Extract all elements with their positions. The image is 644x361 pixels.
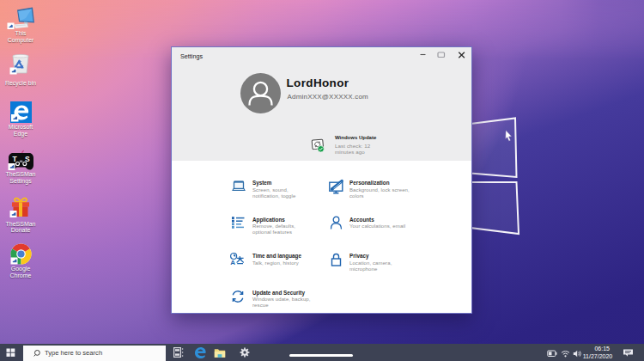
svg-text:S: S [25, 155, 30, 163]
svg-text:A: A [230, 259, 235, 266]
svg-text:T: T [12, 155, 17, 163]
